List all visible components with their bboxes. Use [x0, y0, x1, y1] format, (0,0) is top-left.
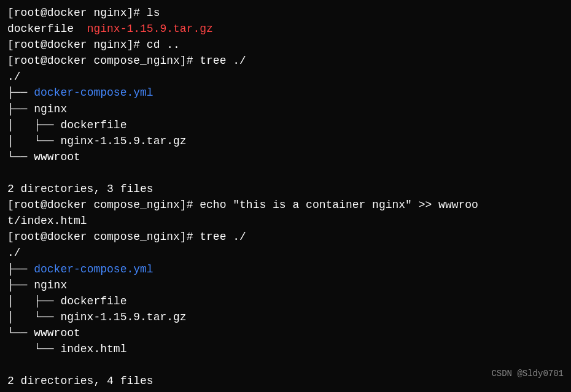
terminal-line: [root@docker compose_nginx]# tree ./ [7, 53, 564, 69]
final-prompt: [root@docker compose_nginx]# [7, 389, 564, 392]
ls-output: dockerfile nginx-1.15.9.tar.gz [7, 21, 564, 37]
terminal-line: [root@docker nginx]# ls [7, 5, 564, 21]
tree2-item-nginx: ├── nginx [7, 277, 564, 293]
tree-indent: │ ├── dockerfile [7, 119, 126, 131]
tree2-indent-nginx-tar: │ └── nginx-1.15.9.tar.gz [7, 311, 187, 323]
prompt-echo: [root@docker compose_nginx]# echo "this … [7, 199, 478, 211]
dir-count-2: 2 directories, 4 files [7, 373, 564, 389]
file-dockerfile: dockerfile [7, 23, 87, 35]
prompt-tree1: [root@docker compose_nginx]# tree ./ [7, 55, 246, 67]
tree-indent-last: │ └── nginx-1.15.9.tar.gz [7, 135, 187, 147]
tree2-branch: ├── [7, 263, 34, 275]
tree2-item-index: └── index.html [7, 341, 564, 357]
blank-line [7, 165, 564, 181]
prompt-tree2-line: [root@docker compose_nginx]# tree ./ [7, 229, 564, 245]
tree-branch: ├── nginx [7, 103, 67, 115]
prompt-cd: [root@docker nginx]# cd .. [7, 39, 180, 51]
terminal-window: [root@docker nginx]# ls dockerfile nginx… [0, 0, 571, 392]
prompt-tree2: [root@docker compose_nginx]# tree ./ [7, 231, 246, 243]
echo-command-wrap: t/index.html [7, 213, 564, 229]
tree-branch: ├── [7, 86, 34, 99]
tree-item-compose: ├── docker-compose.yml [7, 85, 564, 101]
tree-last: └── wwwroot [7, 151, 80, 163]
tree2-item-compose: ├── docker-compose.yml [7, 261, 564, 277]
dir-count-text: 2 directories, 3 files [7, 183, 153, 195]
tree2-item-nginx-tar: │ └── nginx-1.15.9.tar.gz [7, 309, 564, 325]
tree2-index-html: └── index.html [7, 343, 126, 355]
terminal-line: [root@docker nginx]# cd .. [7, 37, 564, 53]
tree2-item-dockerfile: │ ├── dockerfile [7, 293, 564, 309]
prompt-text: [root@docker nginx]# ls [7, 7, 160, 19]
tree2-wwwroot: └── wwwroot [7, 327, 80, 339]
tree2-branch-nginx: ├── nginx [7, 279, 67, 291]
file-docker-compose: docker-compose.yml [34, 86, 153, 99]
tree-item-nginx-tar: │ └── nginx-1.15.9.tar.gz [7, 133, 564, 149]
tree2-indent-dockerfile: │ ├── dockerfile [7, 295, 126, 307]
prompt-echo-wrap: t/index.html [7, 215, 87, 227]
dir-count-1: 2 directories, 3 files [7, 181, 564, 197]
tree-item-nginx: ├── nginx [7, 101, 564, 117]
watermark: CSDN @Sldy0701 [491, 369, 564, 379]
tree-item-dockerfile: │ ├── dockerfile [7, 117, 564, 133]
tree2-root: ./ [7, 245, 564, 261]
tree-root: ./ [7, 69, 564, 85]
tree2-item-wwwroot: └── wwwroot [7, 325, 564, 341]
file-docker-compose-2: docker-compose.yml [34, 263, 153, 275]
echo-command: [root@docker compose_nginx]# echo "this … [7, 197, 564, 213]
file-nginx-tar: nginx-1.15.9.tar.gz [87, 23, 213, 35]
blank-line-2 [7, 357, 564, 373]
tree-dot-slash: ./ [7, 71, 21, 83]
tree-item-wwwroot: └── wwwroot [7, 149, 564, 165]
tree2-dot-slash: ./ [7, 247, 21, 259]
dir-count-text-2: 2 directories, 4 files [7, 375, 153, 387]
